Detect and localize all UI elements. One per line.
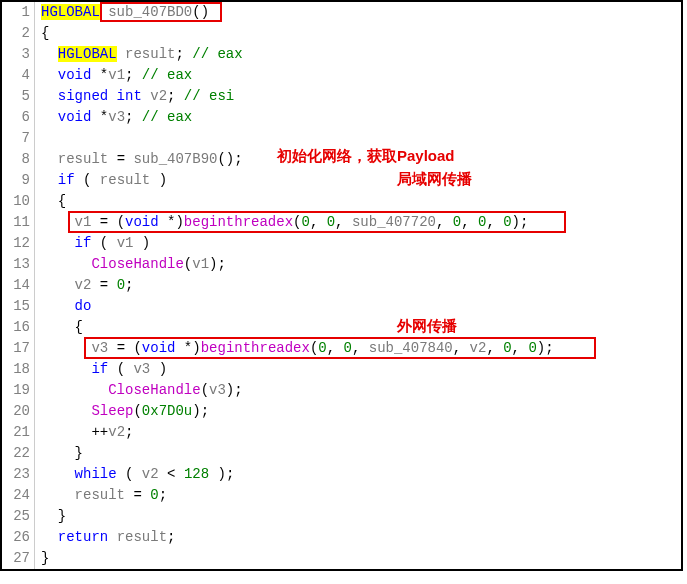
code-text: result = sub_407B90(); — [35, 149, 681, 170]
code-line: 8 result = sub_407B90(); — [2, 149, 681, 170]
line-number: 21 — [2, 422, 35, 443]
code-line: 27 } — [2, 548, 681, 569]
code-line: 13 CloseHandle(v1); — [2, 254, 681, 275]
code-text: signed int v2; // esi — [35, 86, 681, 107]
line-number: 7 — [2, 128, 35, 149]
line-number: 15 — [2, 296, 35, 317]
code-text: result = 0; — [35, 485, 681, 506]
line-number: 26 — [2, 527, 35, 548]
code-text: } — [35, 443, 681, 464]
line-number: 11 — [2, 212, 35, 233]
code-text: v3 = (void *)beginthreadex(0, 0, sub_407… — [35, 338, 681, 359]
code-text: ++v2; — [35, 422, 681, 443]
code-text: { — [35, 191, 681, 212]
code-viewer: 初始化网络，获取Payload 局域网传播 外网传播 1 HGLOBAL sub… — [0, 0, 683, 571]
line-number: 23 — [2, 464, 35, 485]
code-line: 23 while ( v2 < 128 ); — [2, 464, 681, 485]
code-text: } — [35, 506, 681, 527]
code-text: while ( v2 < 128 ); — [35, 464, 681, 485]
line-number: 12 — [2, 233, 35, 254]
line-number: 13 — [2, 254, 35, 275]
line-number: 25 — [2, 506, 35, 527]
line-number: 9 — [2, 170, 35, 191]
line-number: 18 — [2, 359, 35, 380]
code-text: { — [35, 23, 681, 44]
code-line: 12 if ( v1 ) — [2, 233, 681, 254]
line-number: 19 — [2, 380, 35, 401]
line-number: 16 — [2, 317, 35, 338]
code-line: 19 CloseHandle(v3); — [2, 380, 681, 401]
code-line: 6 void *v3; // eax — [2, 107, 681, 128]
code-line: 2 { — [2, 23, 681, 44]
code-text: CloseHandle(v1); — [35, 254, 681, 275]
line-number: 4 — [2, 65, 35, 86]
code-line: 5 signed int v2; // esi — [2, 86, 681, 107]
code-text: Sleep(0x7D0u); — [35, 401, 681, 422]
code-line: 1 HGLOBAL sub_407BD0() — [2, 2, 681, 23]
code-text: if ( result ) — [35, 170, 681, 191]
code-text: void *v3; // eax — [35, 107, 681, 128]
code-text: do — [35, 296, 681, 317]
line-number: 17 — [2, 338, 35, 359]
code-line: 11 v1 = (void *)beginthreadex(0, 0, sub_… — [2, 212, 681, 233]
code-text: void *v1; // eax — [35, 65, 681, 86]
code-line: 21 ++v2; — [2, 422, 681, 443]
line-number: 3 — [2, 44, 35, 65]
line-number: 10 — [2, 191, 35, 212]
line-number: 6 — [2, 107, 35, 128]
code-text: CloseHandle(v3); — [35, 380, 681, 401]
line-number: 5 — [2, 86, 35, 107]
code-line: 24 result = 0; — [2, 485, 681, 506]
line-number: 24 — [2, 485, 35, 506]
code-line: 22 } — [2, 443, 681, 464]
code-line: 17 v3 = (void *)beginthreadex(0, 0, sub_… — [2, 338, 681, 359]
code-line: 9 if ( result ) — [2, 170, 681, 191]
code-text: HGLOBAL sub_407BD0() — [35, 2, 681, 23]
line-number: 2 — [2, 23, 35, 44]
code-line: 26 return result; — [2, 527, 681, 548]
line-number: 22 — [2, 443, 35, 464]
line-number: 27 — [2, 548, 35, 569]
code-line: 16 { — [2, 317, 681, 338]
code-line: 3 HGLOBAL result; // eax — [2, 44, 681, 65]
line-number: 1 — [2, 2, 35, 23]
code-text: v2 = 0; — [35, 275, 681, 296]
code-line: 10 { — [2, 191, 681, 212]
code-text: } — [35, 548, 681, 569]
code-line: 4 void *v1; // eax — [2, 65, 681, 86]
code-line: 7 — [2, 128, 681, 149]
code-line: 18 if ( v3 ) — [2, 359, 681, 380]
line-number: 14 — [2, 275, 35, 296]
code-text: { — [35, 317, 681, 338]
code-text: if ( v1 ) — [35, 233, 681, 254]
code-line: 14 v2 = 0; — [2, 275, 681, 296]
line-number: 20 — [2, 401, 35, 422]
code-text: v1 = (void *)beginthreadex(0, 0, sub_407… — [35, 212, 681, 233]
code-line: 20 Sleep(0x7D0u); — [2, 401, 681, 422]
code-line: 25 } — [2, 506, 681, 527]
code-line: 15 do — [2, 296, 681, 317]
code-text: if ( v3 ) — [35, 359, 681, 380]
code-text: return result; — [35, 527, 681, 548]
line-number: 8 — [2, 149, 35, 170]
code-text: HGLOBAL result; // eax — [35, 44, 681, 65]
